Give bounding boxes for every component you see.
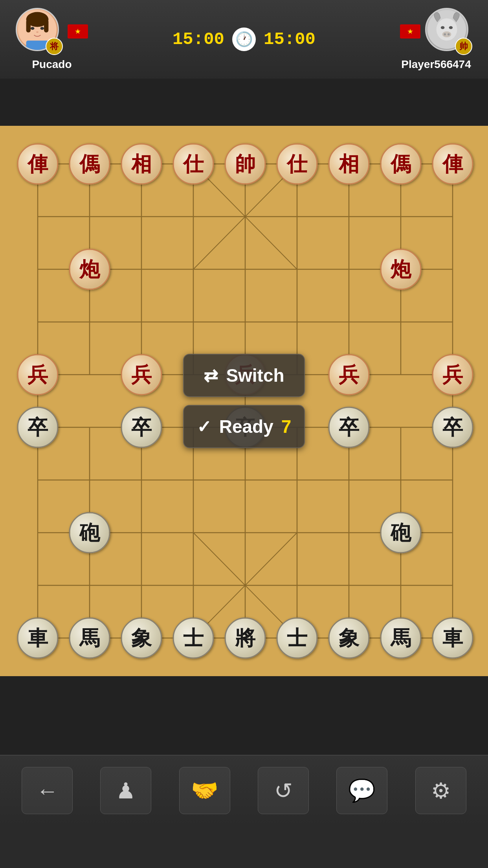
piece[interactable]: 砲: [69, 512, 110, 554]
svg-point-12: [449, 26, 453, 29]
svg-point-7: [36, 31, 39, 33]
piece[interactable]: 士: [277, 618, 318, 659]
header: 将 ★ Pucado 15:00 🕐 15:00 ★: [0, 0, 488, 79]
piece[interactable]: 砲: [380, 512, 422, 554]
ready-label: Ready: [219, 416, 273, 437]
piece[interactable]: 炮: [69, 249, 110, 290]
player1-info: 将 ★ Pucado: [16, 8, 88, 71]
piece[interactable]: 相: [328, 143, 370, 185]
piece[interactable]: 炮: [380, 249, 422, 290]
board-container: 俥傌相仕帥仕相傌俥炮炮兵兵兵兵兵卒卒卒卒卒砲砲車馬象士將士象馬車 ⇄ Switc…: [0, 126, 488, 676]
piece[interactable]: 車: [432, 618, 473, 659]
piece[interactable]: 兵: [432, 354, 473, 395]
svg-point-14: [444, 33, 446, 35]
dark-area-bottom: [0, 676, 488, 755]
player-icon-button[interactable]: ♟: [100, 767, 151, 814]
ready-button[interactable]: ✓ Ready 7: [183, 405, 305, 448]
piece[interactable]: 士: [173, 618, 214, 659]
piece[interactable]: 兵: [17, 354, 59, 395]
piece[interactable]: 兵: [121, 354, 162, 395]
player2-name: Player566474: [401, 58, 471, 71]
footer-toolbar: ← ♟ 🤝 ↺ 💬 ⚙: [0, 755, 488, 826]
svg-rect-3: [26, 19, 31, 32]
player1-flag: ★: [68, 24, 88, 39]
piece[interactable]: 卒: [121, 407, 162, 448]
handshake-button[interactable]: 🤝: [179, 767, 230, 814]
svg-point-11: [441, 26, 444, 29]
player2-info: ★: [400, 8, 472, 71]
board: 俥傌相仕帥仕相傌俥炮炮兵兵兵兵兵卒卒卒卒卒砲砲車馬象士將士象馬車 ⇄ Switc…: [12, 138, 476, 664]
piece[interactable]: 車: [17, 618, 59, 659]
chat-icon: 💬: [348, 778, 376, 804]
dark-area-top: [0, 79, 488, 126]
player-icon: ♟: [116, 778, 136, 804]
player1-name: Pucado: [32, 58, 72, 71]
player2-flag: ★: [400, 24, 420, 39]
piece[interactable]: 兵: [328, 354, 370, 395]
player2-avatar-container: 帅: [425, 8, 472, 55]
timer1: 15:00: [172, 29, 224, 49]
piece[interactable]: 馬: [69, 618, 110, 659]
svg-point-5: [31, 27, 34, 30]
piece[interactable]: 帥: [225, 143, 266, 185]
timer-section: 15:00 🕐 15:00: [172, 28, 316, 51]
svg-point-13: [442, 31, 451, 37]
svg-point-6: [40, 27, 44, 30]
svg-rect-8: [26, 40, 49, 51]
piece[interactable]: 俥: [17, 143, 59, 185]
undo-icon: ↺: [274, 778, 293, 804]
player1-badge: 将: [46, 38, 63, 55]
clock-icon: 🕐: [232, 28, 256, 51]
overlay-buttons: ⇄ Switch ✓ Ready 7: [183, 354, 305, 448]
chat-button[interactable]: 💬: [336, 767, 387, 814]
back-button[interactable]: ←: [22, 767, 73, 814]
piece[interactable]: 象: [328, 618, 370, 659]
piece[interactable]: 象: [121, 618, 162, 659]
switch-button[interactable]: ⇄ Switch: [183, 354, 305, 397]
piece[interactable]: 傌: [69, 143, 110, 185]
handshake-icon: 🤝: [191, 778, 218, 804]
settings-icon: ⚙: [431, 778, 451, 804]
switch-label: Switch: [226, 365, 284, 386]
piece[interactable]: 卒: [17, 407, 59, 448]
piece[interactable]: 仕: [173, 143, 214, 185]
piece[interactable]: 仕: [277, 143, 318, 185]
undo-button[interactable]: ↺: [258, 767, 309, 814]
check-icon: ✓: [197, 417, 211, 437]
back-icon: ←: [36, 778, 58, 804]
timer2: 15:00: [264, 29, 316, 49]
piece[interactable]: 卒: [432, 407, 473, 448]
piece[interactable]: 傌: [380, 143, 422, 185]
player1-avatar-container: 将: [16, 8, 63, 55]
piece[interactable]: 俥: [432, 143, 473, 185]
piece[interactable]: 卒: [328, 407, 370, 448]
piece[interactable]: 馬: [380, 618, 422, 659]
svg-point-15: [448, 33, 450, 35]
piece[interactable]: 將: [225, 618, 266, 659]
ready-count: 7: [281, 416, 292, 437]
settings-button[interactable]: ⚙: [415, 767, 466, 814]
piece[interactable]: 相: [121, 143, 162, 185]
svg-rect-4: [44, 19, 48, 32]
switch-icon: ⇄: [204, 366, 218, 386]
player2-badge: 帅: [455, 38, 472, 55]
